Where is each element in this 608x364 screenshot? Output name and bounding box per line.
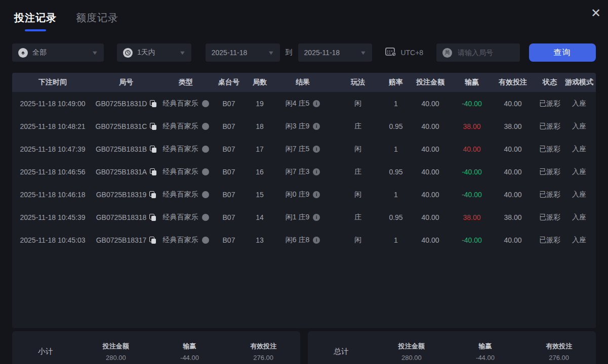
- cell-result: 闲3 庄9i: [274, 122, 331, 131]
- cell-text: 2025-11-18 10:48:21: [20, 122, 86, 130]
- tab-bar: 投注记录额度记录: [0, 0, 608, 31]
- cell-text: -40.00: [462, 168, 482, 176]
- summary-stat: 输赢-44.00: [449, 342, 522, 361]
- cell-text: B07: [223, 122, 235, 130]
- cell-time: 2025-11-18 10:46:18: [12, 191, 93, 199]
- total-label: 总计: [308, 347, 375, 356]
- result-info-icon[interactable]: i: [313, 168, 320, 175]
- table-row: 2025-11-18 10:48:21GB0725B1831C经典百家乐B071…: [12, 115, 596, 138]
- summary-stat-label: 有效投注: [226, 342, 300, 351]
- cell-round: 14: [245, 213, 274, 221]
- tab-quota-records[interactable]: 额度记录: [76, 11, 118, 29]
- cell-text: 闲: [354, 145, 361, 154]
- date-from-picker[interactable]: 2025-11-18 ▼: [206, 43, 280, 62]
- cell-text: 已派彩: [539, 236, 560, 245]
- cell-round_id: GB0725B1831C: [93, 122, 159, 130]
- date-to-picker[interactable]: 2025-11-18 ▼: [298, 43, 373, 62]
- cell-odds: 0.95: [385, 122, 407, 130]
- cell-text: 已派彩: [539, 122, 560, 131]
- cell-text: 闲4 庄5: [286, 99, 309, 108]
- cell-text: 庄: [354, 167, 361, 176]
- cell-game: 经典百家乐: [159, 236, 213, 245]
- cell-time: 2025-11-18 10:45:39: [12, 213, 93, 221]
- summary-stat-value: -44.00: [153, 354, 227, 361]
- time-range-dropdown[interactable]: 1天内 ▼: [117, 43, 191, 62]
- game-info-icon[interactable]: [202, 100, 209, 107]
- cell-round_id: GB0725B1831A: [93, 168, 159, 176]
- cell-text: 经典百家乐: [163, 213, 198, 222]
- copy-icon[interactable]: [149, 191, 156, 198]
- result-info-icon[interactable]: i: [313, 146, 320, 153]
- copy-icon[interactable]: [150, 123, 156, 130]
- cell-round: 18: [245, 122, 274, 130]
- copy-icon[interactable]: [150, 168, 156, 175]
- game-info-icon[interactable]: [202, 237, 209, 244]
- cell-table_no: B07: [213, 122, 245, 130]
- copy-icon[interactable]: [149, 237, 156, 244]
- cell-text: 庄: [354, 122, 361, 131]
- cell-text: 已派彩: [539, 145, 560, 154]
- cell-game: 经典百家乐: [159, 99, 213, 108]
- cell-play: 闲: [331, 145, 385, 154]
- cell-text: 经典百家乐: [163, 190, 198, 199]
- cell-text: 40.00: [504, 191, 521, 199]
- cell-win_loss: -40.00: [454, 100, 490, 108]
- cell-text: 入座: [572, 145, 586, 154]
- cell-bet: 40.00: [407, 236, 454, 244]
- copy-icon[interactable]: [150, 100, 156, 107]
- game-info-icon[interactable]: [202, 214, 209, 221]
- cell-text: 闲: [354, 190, 361, 199]
- cell-text: 40.00: [504, 168, 521, 176]
- cell-text: 经典百家乐: [163, 236, 198, 245]
- active-tab-underline: [25, 29, 46, 31]
- result-info-icon[interactable]: i: [313, 100, 320, 107]
- copy-icon[interactable]: [149, 214, 156, 221]
- cell-valid_bet: 40.00: [490, 236, 536, 244]
- game-info-icon[interactable]: [202, 146, 209, 153]
- game-type-dropdown[interactable]: ♠ 全部 ▼: [12, 43, 104, 62]
- cell-game: 经典百家乐: [159, 167, 213, 176]
- cell-valid_bet: 38.00: [490, 213, 536, 221]
- result-info-icon[interactable]: i: [313, 214, 320, 221]
- cell-text: 入座: [572, 99, 586, 108]
- tab-label: 投注记录: [14, 11, 57, 29]
- cell-win_loss: -40.00: [454, 191, 490, 199]
- spade-icon: ♠: [18, 48, 28, 58]
- cell-time: 2025-11-18 10:48:21: [12, 122, 93, 130]
- cell-text: 已派彩: [539, 213, 560, 222]
- tab-betting-records[interactable]: 投注记录: [14, 11, 57, 31]
- table-row: 2025-11-18 10:47:39GB0725B1831B经典百家乐B071…: [12, 138, 596, 160]
- column-header: 游戏模式: [564, 78, 594, 87]
- summary-stat: 有效投注276.00: [226, 342, 300, 361]
- copy-icon[interactable]: [150, 146, 156, 153]
- cell-bet: 40.00: [407, 145, 454, 153]
- cell-text: 38.00: [463, 122, 480, 130]
- column-header: 玩法: [331, 78, 385, 87]
- cell-round_id: GB0725B18317: [93, 236, 159, 244]
- cell-bet: 40.00: [407, 168, 454, 176]
- date-to-value: 2025-11-18: [304, 49, 340, 57]
- cell-text: 16: [256, 168, 264, 176]
- result-info-icon[interactable]: i: [313, 191, 320, 198]
- result-info-icon[interactable]: i: [313, 123, 320, 130]
- game-info-icon[interactable]: [202, 123, 209, 130]
- query-button[interactable]: 查询: [529, 43, 596, 62]
- chevron-down-icon: ▼: [91, 50, 98, 56]
- cell-round_id: GB0725B18318: [93, 213, 159, 221]
- cell-text: 38.00: [504, 122, 521, 130]
- game-info-icon[interactable]: [202, 191, 209, 198]
- round-number-icon: 局: [442, 48, 452, 58]
- cell-text: 13: [256, 236, 264, 244]
- cell-text: 已派彩: [539, 190, 560, 199]
- round-search-input[interactable]: [457, 48, 514, 57]
- cell-odds: 1: [385, 145, 407, 153]
- cell-text: 经典百家乐: [163, 99, 198, 108]
- game-info-icon[interactable]: [202, 168, 209, 175]
- table-row: 2025-11-18 10:45:03GB0725B18317经典百家乐B071…: [12, 229, 596, 251]
- result-info-icon[interactable]: i: [313, 237, 320, 244]
- cell-text: 闲1 庄9: [286, 213, 309, 222]
- summary-bar: 小计 投注金额280.00输赢-44.00有效投注276.00 总计 投注金额2…: [12, 331, 596, 364]
- close-icon[interactable]: ✕: [591, 7, 601, 19]
- cell-text: B07: [223, 191, 235, 199]
- cell-game: 经典百家乐: [159, 122, 213, 131]
